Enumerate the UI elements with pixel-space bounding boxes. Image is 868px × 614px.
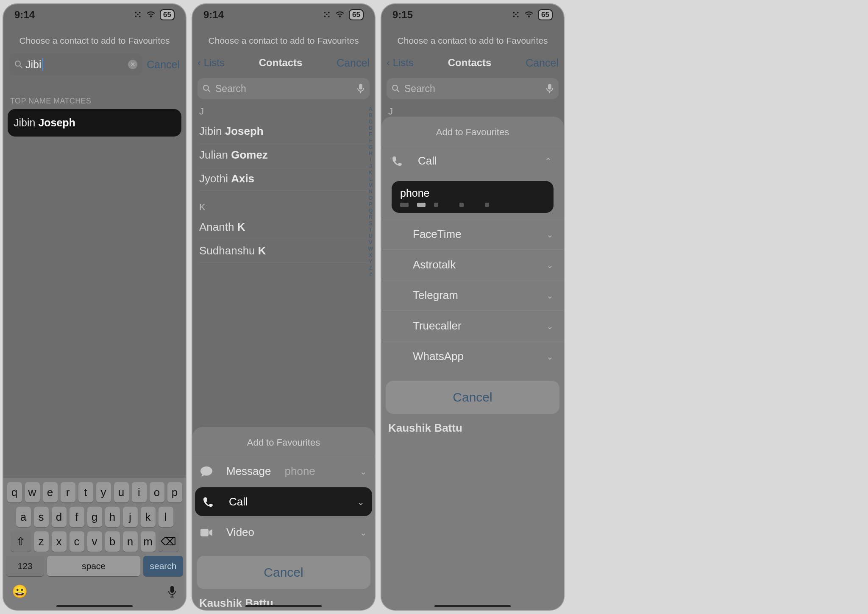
sheet-header: Add to Favourites bbox=[192, 437, 375, 448]
cancel-button[interactable]: Cancel bbox=[147, 59, 180, 71]
dictation-icon[interactable] bbox=[546, 84, 554, 94]
key-s[interactable]: s bbox=[34, 507, 49, 527]
message-row[interactable]: Message phone ⌄ bbox=[192, 457, 375, 486]
call-row[interactable]: Call ⌄ bbox=[195, 487, 372, 516]
space-key[interactable]: space bbox=[47, 556, 140, 576]
home-indicator[interactable] bbox=[434, 605, 511, 607]
back-button[interactable]: ‹ Lists bbox=[387, 57, 414, 69]
key-c[interactable]: c bbox=[70, 531, 84, 552]
dictation-icon[interactable] bbox=[167, 585, 177, 598]
contact-row[interactable]: Sudhanshu K bbox=[199, 239, 368, 263]
svg-rect-9 bbox=[548, 84, 551, 89]
chevron-up-icon: ⌃ bbox=[545, 156, 556, 166]
key-i[interactable]: i bbox=[132, 482, 147, 502]
svg-line-1 bbox=[20, 66, 22, 68]
provider-whatsapp[interactable]: WhatsApp⌄ bbox=[381, 341, 564, 371]
wifi-icon bbox=[335, 11, 345, 18]
svg-rect-2 bbox=[170, 586, 174, 593]
search-result[interactable]: Jibin Joseph bbox=[8, 109, 181, 137]
call-phone-option[interactable]: phone bbox=[392, 181, 554, 213]
contact-row[interactable]: Jibin Joseph bbox=[199, 120, 368, 143]
key-v[interactable]: v bbox=[87, 531, 102, 552]
kb-row-1: qwertyuiop bbox=[6, 482, 183, 502]
clock: 9:14 bbox=[14, 9, 35, 21]
key-h[interactable]: h bbox=[105, 507, 120, 527]
search-key[interactable]: search bbox=[143, 556, 183, 576]
key-w[interactable]: w bbox=[25, 482, 40, 502]
key-d[interactable]: d bbox=[52, 507, 67, 527]
key-e[interactable]: e bbox=[43, 482, 58, 502]
key-a[interactable]: a bbox=[16, 507, 31, 527]
key-g[interactable]: g bbox=[87, 507, 102, 527]
search-placeholder: Search bbox=[404, 83, 435, 95]
key-l[interactable]: l bbox=[159, 507, 173, 527]
search-input[interactable]: Search bbox=[387, 78, 559, 99]
search-icon bbox=[203, 84, 211, 93]
provider-telegram[interactable]: Telegram⌄ bbox=[381, 280, 564, 310]
search-value: Jibi bbox=[25, 59, 42, 71]
emoji-icon[interactable]: 😀 bbox=[12, 584, 28, 599]
svg-point-7 bbox=[392, 85, 398, 90]
key-f[interactable]: f bbox=[70, 507, 84, 527]
key-m[interactable]: m bbox=[141, 531, 156, 552]
sheet-title: Choose a contact to add to Favourites bbox=[192, 36, 375, 46]
home-indicator[interactable] bbox=[245, 605, 322, 607]
shift-key[interactable]: ⇧ bbox=[11, 531, 31, 552]
cancel-button[interactable]: Cancel bbox=[526, 57, 559, 69]
cancel-button[interactable]: Cancel bbox=[337, 57, 370, 69]
dictation-icon[interactable] bbox=[357, 84, 364, 94]
key-r[interactable]: r bbox=[61, 482, 75, 502]
video-row[interactable]: Video ⌄ bbox=[192, 518, 375, 547]
svg-rect-5 bbox=[359, 84, 362, 89]
sheet-cancel-button[interactable]: Cancel bbox=[197, 556, 370, 589]
key-z[interactable]: z bbox=[34, 531, 49, 552]
clear-icon[interactable]: ✕ bbox=[128, 60, 137, 69]
sheet-header: Add to Favourites bbox=[381, 127, 564, 138]
sheet-title: Choose a contact to add to Favourites bbox=[3, 36, 186, 46]
key-x[interactable]: x bbox=[52, 531, 67, 552]
key-y[interactable]: y bbox=[96, 482, 111, 502]
key-t[interactable]: t bbox=[78, 482, 93, 502]
key-q[interactable]: q bbox=[7, 482, 22, 502]
message-icon bbox=[200, 466, 214, 477]
search-icon bbox=[14, 60, 23, 69]
call-row[interactable]: Call ⌃ bbox=[381, 146, 564, 175]
provider-truecaller[interactable]: Truecaller⌄ bbox=[381, 310, 564, 341]
phone-icon bbox=[392, 156, 406, 167]
battery-icon: 65 bbox=[349, 9, 364, 20]
contact-row[interactable]: Jyothi Axis bbox=[199, 167, 368, 191]
chevron-down-icon: ⌄ bbox=[546, 352, 564, 362]
key-o[interactable]: o bbox=[150, 482, 164, 502]
contact-row[interactable]: Julian Gomez bbox=[199, 143, 368, 167]
search-placeholder: Search bbox=[215, 83, 246, 95]
provider-astrotalk[interactable]: Astrotalk⌄ bbox=[381, 249, 564, 280]
search-input[interactable]: Jibi ✕ bbox=[9, 53, 142, 75]
chevron-down-icon: ⌄ bbox=[357, 497, 364, 507]
call-providers: FaceTime⌄ Astrotalk⌄ Telegram⌄ Truecalle… bbox=[381, 219, 564, 371]
kb-row-3-keys: zxcvbnm bbox=[34, 531, 156, 552]
contact-row[interactable]: Ananth K bbox=[199, 215, 368, 239]
numbers-key[interactable]: 123 bbox=[6, 556, 44, 576]
key-j[interactable]: j bbox=[123, 507, 138, 527]
wifi-icon bbox=[146, 11, 156, 18]
sheet-cancel-button[interactable]: Cancel bbox=[386, 381, 559, 414]
sheet-title: Choose a contact to add to Favourites bbox=[381, 36, 564, 46]
key-b[interactable]: b bbox=[105, 531, 120, 552]
battery-icon: 65 bbox=[160, 9, 175, 20]
contacts-J: Jibin Joseph Julian Gomez Jyothi Axis bbox=[192, 120, 375, 191]
provider-facetime[interactable]: FaceTime⌄ bbox=[381, 219, 564, 249]
key-k[interactable]: k bbox=[141, 507, 156, 527]
screen-call-options: 9:15 ⁙ 65 Choose a contact to add to Fav… bbox=[381, 3, 565, 611]
home-indicator[interactable] bbox=[56, 605, 133, 607]
chevron-down-icon: ⌄ bbox=[546, 290, 564, 301]
key-u[interactable]: u bbox=[114, 482, 129, 502]
back-button[interactable]: ‹ Lists bbox=[198, 57, 225, 69]
contacts-K: Ananth K Sudhanshu K bbox=[192, 215, 375, 263]
search-input[interactable]: Search bbox=[198, 78, 370, 99]
key-p[interactable]: p bbox=[167, 482, 182, 502]
alpha-index[interactable]: ABCDEFGHIJKLMNOPQRSTUVWXYZ# bbox=[368, 106, 373, 278]
backspace-key[interactable]: ⌫ bbox=[159, 531, 179, 552]
key-n[interactable]: n bbox=[123, 531, 138, 552]
clock: 9:15 bbox=[392, 9, 413, 21]
svg-line-4 bbox=[208, 90, 210, 92]
